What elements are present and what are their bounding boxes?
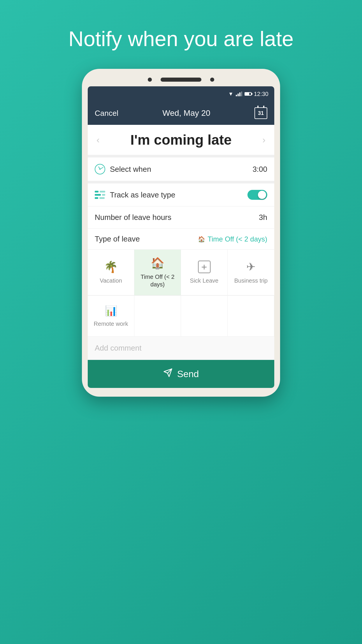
next-arrow[interactable]: › bbox=[262, 134, 266, 145]
phone-dot-right bbox=[210, 78, 214, 82]
navigation-row: ‹ I'm coming late › bbox=[88, 125, 274, 155]
leave-grid-empty-3 bbox=[228, 296, 274, 337]
type-of-leave-selected: 🏠 Time Off (< 2 days) bbox=[198, 235, 267, 243]
vacation-label: Vacation bbox=[100, 277, 122, 284]
header-date: Wed, May 20 bbox=[162, 108, 210, 118]
hero-heading: Notify when you are late bbox=[51, 26, 311, 51]
leave-type-sick-leave[interactable]: + Sick Leave bbox=[181, 250, 228, 295]
type-of-leave-label: Type of leave bbox=[95, 235, 140, 244]
leave-type-time-off[interactable]: 🏠 Time Off (< 2 days) bbox=[134, 250, 181, 295]
divider-1 bbox=[88, 155, 274, 158]
app-header: Cancel Wed, May 20 31 bbox=[88, 102, 274, 125]
battery-icon bbox=[245, 92, 252, 96]
type-of-leave-row: Type of leave 🏠 Time Off (< 2 days) bbox=[88, 229, 274, 250]
signal-icon bbox=[236, 92, 242, 96]
remote-work-icon: 📊 bbox=[105, 305, 117, 316]
comment-placeholder: Add comment bbox=[95, 344, 141, 352]
cancel-button[interactable]: Cancel bbox=[95, 109, 118, 118]
select-when-value: 3:00 bbox=[252, 165, 267, 174]
wifi-icon: ▼ bbox=[228, 91, 233, 97]
leave-hours-label: Number of leave hours bbox=[95, 213, 171, 222]
vacation-icon: 🌴 bbox=[104, 260, 118, 273]
lines-icon bbox=[95, 191, 105, 199]
leave-grid-empty-1 bbox=[134, 296, 181, 337]
business-trip-icon: ✈ bbox=[246, 260, 256, 273]
leave-type-grid-row2: 📊 Remote work bbox=[88, 296, 274, 337]
leave-hours-value: 3h bbox=[259, 213, 267, 222]
phone-top-bar bbox=[88, 78, 274, 82]
time-off-label: Time Off (< 2 days) bbox=[137, 273, 178, 288]
divider-2 bbox=[88, 181, 274, 183]
clock-icon bbox=[95, 164, 105, 174]
remote-work-label: Remote work bbox=[94, 320, 128, 328]
status-time: 12:30 bbox=[254, 91, 268, 97]
select-when-label: Select when bbox=[110, 165, 151, 174]
send-label: Send bbox=[177, 369, 199, 379]
phone-speaker bbox=[161, 78, 201, 82]
phone-frame: ▼ 12:30 Cancel Wed, May 20 bbox=[82, 69, 280, 397]
comment-area[interactable]: Add comment bbox=[88, 337, 274, 360]
prev-arrow[interactable]: ‹ bbox=[96, 134, 100, 145]
phone-screen: ▼ 12:30 Cancel Wed, May 20 bbox=[88, 86, 274, 388]
track-leave-toggle[interactable] bbox=[247, 190, 267, 200]
track-leave-label: Track as leave type bbox=[110, 190, 175, 200]
type-of-leave-value: Time Off (< 2 days) bbox=[208, 235, 267, 243]
status-bar: ▼ 12:30 bbox=[88, 86, 274, 102]
calendar-icon[interactable]: 31 bbox=[254, 107, 267, 119]
send-icon bbox=[163, 368, 173, 380]
select-when-row[interactable]: Select when 3:00 bbox=[88, 158, 274, 181]
time-off-icon: 🏠 bbox=[151, 257, 164, 270]
leave-type-grid: 🌴 Vacation 🏠 Time Off (< 2 days) + Sick … bbox=[88, 250, 274, 296]
house-icon-small: 🏠 bbox=[198, 236, 205, 243]
business-trip-label: Business trip bbox=[234, 277, 268, 284]
leave-type-remote-work[interactable]: 📊 Remote work bbox=[88, 296, 134, 337]
leave-grid-empty-2 bbox=[181, 296, 228, 337]
leave-hours-row: Number of leave hours 3h bbox=[88, 206, 274, 229]
sick-leave-label: Sick Leave bbox=[190, 277, 219, 284]
track-leave-row: Track as leave type bbox=[88, 183, 274, 206]
status-icons: ▼ 12:30 bbox=[228, 91, 268, 97]
sick-leave-icon: + bbox=[198, 260, 211, 273]
calendar-day-number: 31 bbox=[258, 110, 264, 116]
leave-type-vacation[interactable]: 🌴 Vacation bbox=[88, 250, 134, 295]
send-button[interactable]: Send bbox=[88, 360, 274, 388]
screen-title: I'm coming late bbox=[130, 132, 231, 148]
leave-type-business-trip[interactable]: ✈ Business trip bbox=[228, 250, 274, 295]
phone-dot-left bbox=[148, 78, 152, 82]
